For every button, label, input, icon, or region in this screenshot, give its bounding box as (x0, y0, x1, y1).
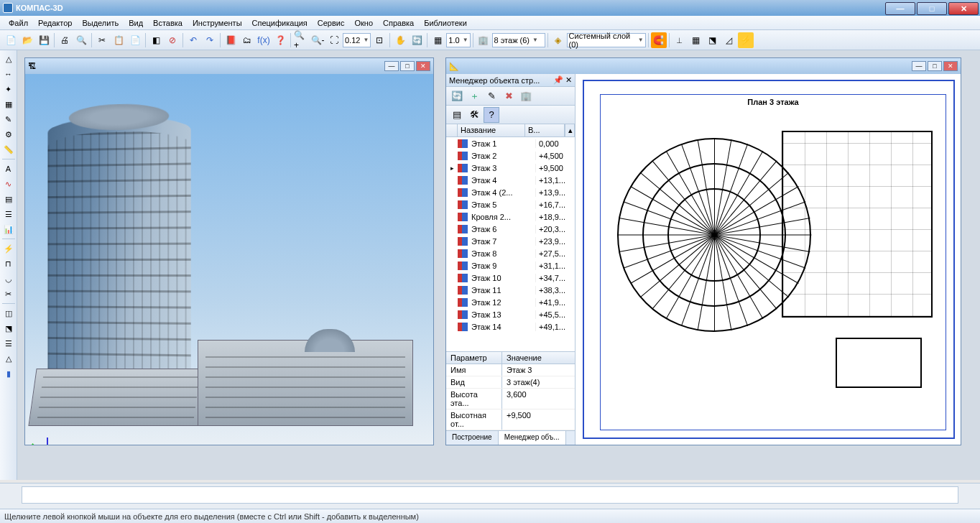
variables-button[interactable]: f(x) (256, 32, 272, 48)
table-icon[interactable]: ▤ (1, 192, 16, 206)
close-button[interactable]: ✕ (948, 2, 979, 15)
add-button[interactable]: ＋ (466, 88, 482, 104)
dim-button[interactable]: ⟂ (672, 32, 688, 48)
trim-icon[interactable]: ✂ (1, 287, 16, 301)
measure-icon[interactable]: 📏 (1, 142, 16, 157)
menu-tools[interactable]: Инструменты (188, 17, 246, 29)
wall-icon[interactable]: ⊓ (1, 256, 16, 271)
undo-button[interactable]: ↶ (185, 32, 201, 48)
floor-row[interactable]: Этаж 10+34,7... (446, 272, 575, 284)
floor-row[interactable]: Этаж 6+20,3... (446, 223, 575, 235)
command-input[interactable] (22, 486, 958, 504)
refresh-button[interactable]: 🔄 (449, 88, 465, 104)
param-row[interactable]: Высота эта...3,600 (446, 389, 575, 409)
report-icon[interactable]: 📊 (1, 222, 16, 236)
building-button[interactable]: 🏢 (518, 88, 534, 104)
spline-icon[interactable]: ∿ (1, 177, 16, 191)
symbol-icon[interactable]: ✦ (1, 82, 16, 96)
help-cursor-button[interactable]: ❓ (272, 32, 288, 48)
menu-editor[interactable]: Редактор (34, 17, 76, 29)
floor-row[interactable]: Этаж 7+23,9... (446, 235, 575, 247)
orbit-button[interactable]: 🔄 (409, 32, 425, 48)
pin-icon[interactable]: 📌 (553, 75, 563, 84)
edit-icon[interactable]: ✎ (1, 112, 16, 126)
floor-row[interactable]: Кровля 2...+18,9... (446, 210, 575, 223)
help-icon[interactable]: ? (484, 107, 499, 123)
redo-button[interactable]: ↷ (202, 32, 218, 48)
zoom-window-button[interactable]: ⛶ (326, 32, 342, 48)
window-icon[interactable]: ◫ (1, 306, 16, 320)
manager-button[interactable]: 🗂 (239, 32, 255, 48)
menu-view[interactable]: Вид (124, 17, 147, 29)
param-value[interactable]: 3 этаж(4) (502, 376, 575, 388)
menu-service[interactable]: Сервис (313, 17, 349, 29)
cut-button[interactable]: ✂ (94, 32, 110, 48)
menu-select[interactable]: Выделить (78, 17, 123, 29)
snap-button[interactable]: 🧲 (651, 32, 667, 48)
edit-button[interactable]: ✎ (484, 88, 499, 104)
floor-row[interactable]: Этаж 8+27,5... (446, 247, 575, 259)
param-value[interactable]: +9,500 (502, 409, 575, 430)
grid-button[interactable]: ▦ (430, 32, 445, 48)
3d-viewport[interactable] (25, 74, 433, 445)
properties-button[interactable]: ◧ (148, 32, 164, 48)
2d-close-button[interactable]: ✕ (943, 61, 958, 71)
new-button[interactable]: 📄 (3, 32, 19, 48)
drawing-viewport[interactable]: План 3 этажа (575, 74, 961, 445)
ortho-button[interactable]: ⬔ (705, 32, 721, 48)
cancel-button[interactable]: ⊘ (165, 32, 180, 48)
round-button[interactable]: ◿ (721, 32, 737, 48)
paste-button[interactable]: 📄 (127, 32, 143, 48)
layer-icon[interactable]: ◈ (550, 32, 566, 48)
open-button[interactable]: 📂 (19, 32, 35, 48)
floor-row[interactable]: Этаж 12+41,9... (446, 296, 575, 308)
scale-combo[interactable]: 1.0▼ (446, 33, 470, 47)
list-icon[interactable]: ▤ (449, 107, 465, 123)
pan-button[interactable]: ✋ (392, 32, 408, 48)
floor-list[interactable]: Название В... ▴ Этаж 10,000Этаж 2+4,500▸… (446, 124, 575, 351)
preview-button[interactable]: 🔍 (73, 32, 89, 48)
dimension-icon[interactable]: ↔ (1, 67, 16, 81)
floor-row[interactable]: ▸Этаж 3+9,500 (446, 162, 575, 174)
roof-icon[interactable]: △ (1, 351, 16, 366)
menu-window[interactable]: Окно (350, 17, 377, 29)
param-row[interactable]: Высотная от...+9,500 (446, 409, 575, 430)
floor-row[interactable]: Этаж 2+4,500 (446, 149, 575, 162)
col-value[interactable]: В... (525, 124, 565, 136)
settings-icon[interactable]: 🛠 (466, 107, 482, 123)
hatch-icon[interactable]: ▦ (1, 97, 16, 111)
floor-row[interactable]: Этаж 4 (2...+13,9... (446, 186, 575, 198)
spec-icon[interactable]: ☰ (1, 207, 16, 221)
minimize-button[interactable]: — (885, 2, 915, 15)
floor-combo[interactable]: 8 этаж (6)▼ (492, 33, 545, 47)
2d-maximize-button[interactable]: □ (928, 61, 942, 71)
floor-icon[interactable]: 🏢 (476, 32, 491, 48)
tab-construction[interactable]: Построение (446, 431, 499, 445)
tab-manager[interactable]: Менеджер объ... (499, 431, 566, 445)
param-row[interactable]: Вид3 этаж(4) (446, 376, 575, 389)
floor-row[interactable]: Этаж 14+49,1... (446, 320, 575, 333)
zoom-in-button[interactable]: 🔍+ (293, 32, 309, 48)
param-value[interactable]: 3,600 (502, 389, 575, 409)
print-button[interactable]: 🖨 (57, 32, 73, 48)
library-button[interactable]: 📕 (223, 32, 239, 48)
save-button[interactable]: 💾 (36, 32, 52, 48)
3d-close-button[interactable]: ✕ (416, 61, 430, 71)
text-icon[interactable]: A (1, 162, 16, 176)
zoom-combo[interactable]: 0.12▼ (343, 33, 371, 47)
maximize-button[interactable]: □ (917, 2, 947, 15)
2d-minimize-button[interactable]: — (912, 61, 926, 71)
grid2-button[interactable]: ▦ (688, 32, 704, 48)
menu-help[interactable]: Справка (379, 17, 418, 29)
bolt-icon[interactable]: ⚡ (1, 241, 16, 256)
3d-maximize-button[interactable]: □ (400, 61, 415, 71)
menu-libraries[interactable]: Библиотеки (420, 17, 471, 29)
floor-row[interactable]: Этаж 5+16,7... (446, 198, 575, 210)
floor-row[interactable]: Этаж 11+38,3... (446, 284, 575, 296)
floor-row[interactable]: Этаж 9+31,1... (446, 259, 575, 272)
menu-insert[interactable]: Вставка (149, 17, 187, 29)
arc-icon[interactable]: ◡ (1, 272, 16, 286)
param-value[interactable]: Этаж 3 (502, 364, 575, 376)
col-name[interactable]: Название (458, 124, 525, 136)
param-icon[interactable]: ⚙ (1, 127, 16, 142)
